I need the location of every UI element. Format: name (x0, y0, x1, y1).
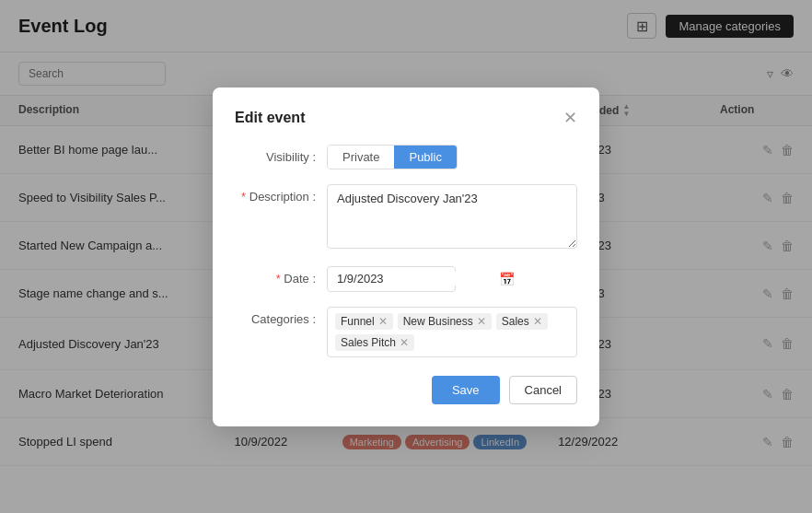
modal-close-button[interactable]: ✕ (563, 110, 577, 126)
category-tag-sales: Sales ✕ (496, 313, 548, 330)
modal-footer: Save Cancel (235, 376, 577, 404)
visibility-label: Visibility : (235, 145, 327, 164)
description-label: Description : (235, 184, 327, 204)
date-input-wrap: 📅 (327, 266, 456, 292)
categories-row: Categories : Funnel ✕ New Business ✕ Sal… (235, 307, 577, 357)
visibility-toggle: Private Public (327, 145, 458, 169)
categories-label: Categories : (235, 307, 327, 326)
categories-control: Funnel ✕ New Business ✕ Sales ✕ Sales (327, 307, 577, 357)
remove-sales-pitch-button[interactable]: ✕ (400, 337, 409, 348)
remove-new-business-button[interactable]: ✕ (477, 316, 486, 327)
modal-title: Edit event (235, 110, 305, 126)
cancel-button[interactable]: Cancel (509, 376, 577, 404)
date-input[interactable] (337, 272, 492, 286)
modal-header: Edit event ✕ (235, 110, 577, 126)
description-textarea[interactable]: Adjusted Discovery Jan'23 (327, 184, 577, 249)
page: Event Log ⊞ Manage categories ▿ 👁 Descri… (0, 0, 812, 513)
date-label: Date : (235, 266, 327, 286)
remove-funnel-button[interactable]: ✕ (378, 316, 388, 327)
remove-sales-button[interactable]: ✕ (533, 316, 542, 327)
visibility-row: Visibility : Private Public (235, 145, 577, 169)
modal-overlay: Edit event ✕ Visibility : Private Public… (0, 0, 812, 513)
date-row: Date : 📅 (235, 266, 577, 292)
edit-event-modal: Edit event ✕ Visibility : Private Public… (213, 87, 599, 426)
category-tag-new-business: New Business ✕ (398, 313, 492, 330)
public-button[interactable]: Public (394, 146, 456, 169)
private-button[interactable]: Private (328, 146, 394, 169)
categories-box[interactable]: Funnel ✕ New Business ✕ Sales ✕ Sales (327, 307, 577, 357)
visibility-control: Private Public (327, 145, 577, 169)
category-tag-sales-pitch: Sales Pitch ✕ (335, 334, 414, 351)
save-button[interactable]: Save (432, 376, 500, 404)
description-control: Adjusted Discovery Jan'23 (327, 184, 577, 251)
category-tag-funnel: Funnel ✕ (335, 313, 393, 330)
description-row: Description : Adjusted Discovery Jan'23 (235, 184, 577, 251)
date-control: 📅 (327, 266, 577, 292)
calendar-icon: 📅 (499, 272, 515, 286)
